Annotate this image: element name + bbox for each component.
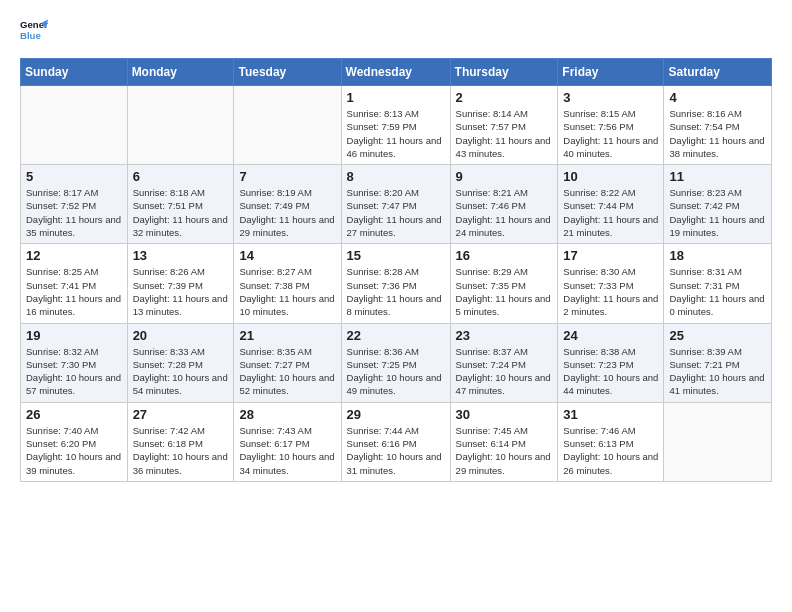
day-number: 14 (239, 248, 335, 263)
day-cell: 13Sunrise: 8:26 AM Sunset: 7:39 PM Dayli… (127, 244, 234, 323)
day-info: Sunrise: 8:36 AM Sunset: 7:25 PM Dayligh… (347, 345, 445, 398)
day-cell (234, 86, 341, 165)
day-cell: 7Sunrise: 8:19 AM Sunset: 7:49 PM Daylig… (234, 165, 341, 244)
day-cell: 5Sunrise: 8:17 AM Sunset: 7:52 PM Daylig… (21, 165, 128, 244)
day-info: Sunrise: 8:18 AM Sunset: 7:51 PM Dayligh… (133, 186, 229, 239)
day-number: 28 (239, 407, 335, 422)
day-number: 31 (563, 407, 658, 422)
day-info: Sunrise: 8:28 AM Sunset: 7:36 PM Dayligh… (347, 265, 445, 318)
weekday-saturday: Saturday (664, 59, 772, 86)
day-number: 30 (456, 407, 553, 422)
day-cell: 30Sunrise: 7:45 AM Sunset: 6:14 PM Dayli… (450, 402, 558, 481)
day-info: Sunrise: 8:20 AM Sunset: 7:47 PM Dayligh… (347, 186, 445, 239)
day-info: Sunrise: 7:40 AM Sunset: 6:20 PM Dayligh… (26, 424, 122, 477)
day-cell: 6Sunrise: 8:18 AM Sunset: 7:51 PM Daylig… (127, 165, 234, 244)
day-cell: 26Sunrise: 7:40 AM Sunset: 6:20 PM Dayli… (21, 402, 128, 481)
day-number: 16 (456, 248, 553, 263)
day-cell (21, 86, 128, 165)
day-number: 2 (456, 90, 553, 105)
day-cell: 3Sunrise: 8:15 AM Sunset: 7:56 PM Daylig… (558, 86, 664, 165)
day-cell: 19Sunrise: 8:32 AM Sunset: 7:30 PM Dayli… (21, 323, 128, 402)
day-cell: 21Sunrise: 8:35 AM Sunset: 7:27 PM Dayli… (234, 323, 341, 402)
day-number: 13 (133, 248, 229, 263)
weekday-wednesday: Wednesday (341, 59, 450, 86)
day-number: 27 (133, 407, 229, 422)
weekday-tuesday: Tuesday (234, 59, 341, 86)
day-number: 5 (26, 169, 122, 184)
day-cell: 10Sunrise: 8:22 AM Sunset: 7:44 PM Dayli… (558, 165, 664, 244)
week-row-5: 26Sunrise: 7:40 AM Sunset: 6:20 PM Dayli… (21, 402, 772, 481)
day-number: 20 (133, 328, 229, 343)
day-info: Sunrise: 8:23 AM Sunset: 7:42 PM Dayligh… (669, 186, 766, 239)
day-cell: 17Sunrise: 8:30 AM Sunset: 7:33 PM Dayli… (558, 244, 664, 323)
day-cell: 20Sunrise: 8:33 AM Sunset: 7:28 PM Dayli… (127, 323, 234, 402)
day-number: 9 (456, 169, 553, 184)
day-info: Sunrise: 8:13 AM Sunset: 7:59 PM Dayligh… (347, 107, 445, 160)
week-row-4: 19Sunrise: 8:32 AM Sunset: 7:30 PM Dayli… (21, 323, 772, 402)
day-cell: 8Sunrise: 8:20 AM Sunset: 7:47 PM Daylig… (341, 165, 450, 244)
day-info: Sunrise: 8:29 AM Sunset: 7:35 PM Dayligh… (456, 265, 553, 318)
day-cell: 14Sunrise: 8:27 AM Sunset: 7:38 PM Dayli… (234, 244, 341, 323)
day-info: Sunrise: 8:31 AM Sunset: 7:31 PM Dayligh… (669, 265, 766, 318)
day-info: Sunrise: 8:35 AM Sunset: 7:27 PM Dayligh… (239, 345, 335, 398)
day-cell: 18Sunrise: 8:31 AM Sunset: 7:31 PM Dayli… (664, 244, 772, 323)
day-number: 3 (563, 90, 658, 105)
day-info: Sunrise: 8:38 AM Sunset: 7:23 PM Dayligh… (563, 345, 658, 398)
day-number: 21 (239, 328, 335, 343)
day-number: 10 (563, 169, 658, 184)
day-number: 19 (26, 328, 122, 343)
day-cell: 22Sunrise: 8:36 AM Sunset: 7:25 PM Dayli… (341, 323, 450, 402)
day-cell: 2Sunrise: 8:14 AM Sunset: 7:57 PM Daylig… (450, 86, 558, 165)
svg-text:Blue: Blue (20, 30, 41, 41)
day-number: 8 (347, 169, 445, 184)
day-info: Sunrise: 8:30 AM Sunset: 7:33 PM Dayligh… (563, 265, 658, 318)
day-cell (127, 86, 234, 165)
day-cell: 11Sunrise: 8:23 AM Sunset: 7:42 PM Dayli… (664, 165, 772, 244)
day-number: 29 (347, 407, 445, 422)
day-info: Sunrise: 8:17 AM Sunset: 7:52 PM Dayligh… (26, 186, 122, 239)
day-info: Sunrise: 8:14 AM Sunset: 7:57 PM Dayligh… (456, 107, 553, 160)
day-info: Sunrise: 8:25 AM Sunset: 7:41 PM Dayligh… (26, 265, 122, 318)
day-cell: 12Sunrise: 8:25 AM Sunset: 7:41 PM Dayli… (21, 244, 128, 323)
week-row-3: 12Sunrise: 8:25 AM Sunset: 7:41 PM Dayli… (21, 244, 772, 323)
page: { "header": { "logo_line1": "General", "… (0, 0, 792, 612)
day-cell: 25Sunrise: 8:39 AM Sunset: 7:21 PM Dayli… (664, 323, 772, 402)
day-cell: 1Sunrise: 8:13 AM Sunset: 7:59 PM Daylig… (341, 86, 450, 165)
day-info: Sunrise: 8:19 AM Sunset: 7:49 PM Dayligh… (239, 186, 335, 239)
day-number: 12 (26, 248, 122, 263)
day-number: 7 (239, 169, 335, 184)
day-info: Sunrise: 8:27 AM Sunset: 7:38 PM Dayligh… (239, 265, 335, 318)
calendar: SundayMondayTuesdayWednesdayThursdayFrid… (20, 58, 772, 482)
day-info: Sunrise: 7:44 AM Sunset: 6:16 PM Dayligh… (347, 424, 445, 477)
day-cell: 4Sunrise: 8:16 AM Sunset: 7:54 PM Daylig… (664, 86, 772, 165)
day-info: Sunrise: 8:22 AM Sunset: 7:44 PM Dayligh… (563, 186, 658, 239)
day-number: 15 (347, 248, 445, 263)
day-cell: 16Sunrise: 8:29 AM Sunset: 7:35 PM Dayli… (450, 244, 558, 323)
weekday-friday: Friday (558, 59, 664, 86)
weekday-thursday: Thursday (450, 59, 558, 86)
day-cell: 31Sunrise: 7:46 AM Sunset: 6:13 PM Dayli… (558, 402, 664, 481)
day-cell: 9Sunrise: 8:21 AM Sunset: 7:46 PM Daylig… (450, 165, 558, 244)
day-cell: 23Sunrise: 8:37 AM Sunset: 7:24 PM Dayli… (450, 323, 558, 402)
day-cell: 24Sunrise: 8:38 AM Sunset: 7:23 PM Dayli… (558, 323, 664, 402)
weekday-monday: Monday (127, 59, 234, 86)
day-number: 25 (669, 328, 766, 343)
day-cell: 29Sunrise: 7:44 AM Sunset: 6:16 PM Dayli… (341, 402, 450, 481)
weekday-header-row: SundayMondayTuesdayWednesdayThursdayFrid… (21, 59, 772, 86)
day-number: 26 (26, 407, 122, 422)
day-info: Sunrise: 7:45 AM Sunset: 6:14 PM Dayligh… (456, 424, 553, 477)
day-number: 22 (347, 328, 445, 343)
day-info: Sunrise: 8:15 AM Sunset: 7:56 PM Dayligh… (563, 107, 658, 160)
day-info: Sunrise: 8:33 AM Sunset: 7:28 PM Dayligh… (133, 345, 229, 398)
logo-icon: General Blue (20, 16, 48, 44)
day-cell (664, 402, 772, 481)
day-number: 23 (456, 328, 553, 343)
day-info: Sunrise: 8:39 AM Sunset: 7:21 PM Dayligh… (669, 345, 766, 398)
header: General Blue (20, 16, 772, 44)
day-number: 1 (347, 90, 445, 105)
day-cell: 28Sunrise: 7:43 AM Sunset: 6:17 PM Dayli… (234, 402, 341, 481)
day-number: 11 (669, 169, 766, 184)
day-number: 4 (669, 90, 766, 105)
day-info: Sunrise: 7:46 AM Sunset: 6:13 PM Dayligh… (563, 424, 658, 477)
day-number: 18 (669, 248, 766, 263)
